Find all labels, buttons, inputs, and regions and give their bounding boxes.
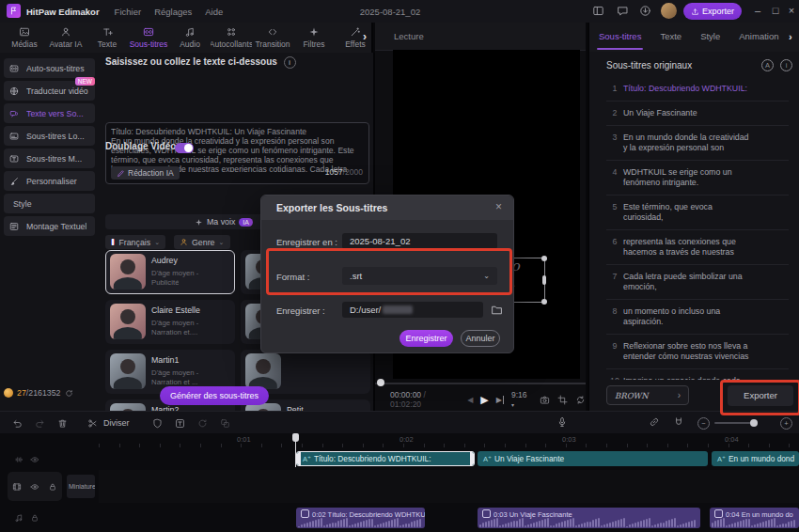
right-tab[interactable]: Texte: [650, 23, 691, 52]
sidebar-item[interactable]: Texte vers So...: [4, 103, 95, 123]
info-icon[interactable]: i: [780, 59, 792, 71]
download-icon[interactable]: [639, 5, 651, 17]
seek-bar[interactable]: [375, 383, 586, 384]
shield-icon[interactable]: [147, 417, 169, 429]
magnet-icon[interactable]: [673, 416, 684, 428]
ribbon-tab[interactable]: Médias: [4, 26, 45, 49]
language-dropdown[interactable]: Français⌄: [105, 235, 165, 249]
subtitle-clip[interactable]: A⁺En un mundo dond: [712, 451, 799, 466]
subtitle-row[interactable]: 9 Reflexionar sobre esto nos lleva a ent…: [606, 335, 789, 369]
cancel-button[interactable]: Annuler: [461, 330, 500, 347]
right-tab[interactable]: Sous-titres: [589, 23, 650, 52]
save-as-input[interactable]: 2025-08-21_02: [342, 233, 497, 249]
scissors-icon[interactable]: [81, 417, 103, 429]
generate-subtitles-button[interactable]: Générer des sous-titres: [160, 386, 269, 405]
subtitle-row[interactable]: 1 Título: Descubriendo WDHTKUIL:: [606, 77, 789, 102]
folder-icon[interactable]: [491, 304, 503, 316]
subtitle-row[interactable]: 4 WDHTKUIL se erige como un fenómeno int…: [606, 161, 789, 196]
aspect-ratio-dropdown[interactable]: 9:16 ▾: [511, 390, 531, 409]
lock-icon[interactable]: [48, 482, 57, 492]
seek-knob[interactable]: [377, 379, 384, 386]
user-avatar[interactable]: [661, 3, 677, 19]
right-tab[interactable]: Style: [691, 23, 729, 52]
ribbon-tab[interactable]: Sous-titres: [128, 26, 169, 49]
menu-item[interactable]: Fichier: [115, 7, 142, 17]
playhead-line[interactable]: [295, 433, 296, 467]
rotate-icon[interactable]: [192, 417, 214, 429]
ribbon-tab[interactable]: Effets: [335, 26, 376, 49]
voice-card[interactable]: Audrey D'âge moyen - Publicité: [105, 250, 235, 294]
menu-item[interactable]: Aide: [205, 7, 223, 17]
info-icon[interactable]: i: [284, 56, 296, 69]
thumbnail-toggle[interactable]: Miniature: [67, 475, 95, 498]
link-icon[interactable]: [649, 416, 660, 428]
eye-icon[interactable]: [30, 482, 39, 492]
my-voice-tab[interactable]: Ma voix IA: [195, 217, 253, 227]
trash-icon[interactable]: [51, 417, 73, 429]
subtitle-clip[interactable]: A⁺Un Viaje Fascinante: [478, 451, 708, 466]
play-icon[interactable]: ▶: [480, 394, 488, 406]
redo-icon[interactable]: [28, 417, 51, 429]
audio-clip[interactable]: 0:03 Un Viaje Fascinante: [478, 508, 700, 528]
sidebar-item[interactable]: Auto-sous-titres: [4, 58, 95, 78]
video-track[interactable]: [99, 470, 799, 503]
selection-handle[interactable]: [541, 299, 547, 305]
export-video-button[interactable]: Exporter: [683, 3, 742, 20]
refresh-icon[interactable]: [65, 389, 73, 398]
selection-handle[interactable]: [542, 275, 546, 285]
sidebar-item[interactable]: Montage Textuel: [4, 216, 95, 236]
path-input[interactable]: D:/user/: [342, 302, 483, 318]
subtitle-row[interactable]: 8 un momento o incluso una aspiración.: [606, 300, 789, 335]
split-label[interactable]: Diviser: [103, 418, 130, 428]
subtitle-row[interactable]: 10 Imagina un espacio donde cada uno de …: [606, 369, 789, 380]
layout-icon[interactable]: [592, 5, 604, 17]
crop-icon[interactable]: [557, 394, 568, 405]
subtitle-row[interactable]: 3 En un mundo donde la creatividad y la …: [606, 126, 789, 161]
ai-writing-button[interactable]: Rédaction IA: [111, 166, 180, 180]
tabs-more-chevron-icon[interactable]: ›: [789, 31, 792, 42]
subtitle-clip[interactable]: A⁺Título: Descubriendo WDHTKUIL:: [296, 451, 475, 466]
genre-dropdown[interactable]: Genre⌄: [174, 235, 230, 249]
save-button[interactable]: Enregistrer: [400, 330, 453, 347]
voice-card[interactable]: Claire Estelle D'âge moyen - Narration e…: [105, 300, 235, 344]
sidebar-item[interactable]: Personnaliser: [4, 171, 95, 191]
group-icon[interactable]: [214, 417, 237, 429]
undo-icon[interactable]: [6, 417, 28, 429]
snapshot-icon[interactable]: [540, 394, 550, 405]
sidebar-item[interactable]: Sous-titres M...: [4, 149, 95, 168]
ribbon-tab[interactable]: Audio: [169, 26, 211, 49]
ribbon-tab[interactable]: Transition: [252, 26, 293, 49]
close-button[interactable]: ×: [781, 5, 799, 16]
dubbing-toggle[interactable]: [175, 143, 194, 153]
text-box-icon[interactable]: [169, 417, 192, 429]
audio-clip[interactable]: 0:04 En un mundo do: [710, 508, 799, 528]
sidebar-item[interactable]: Traducteur vidéo NEW: [4, 81, 95, 101]
export-subtitles-button[interactable]: Exporter: [728, 385, 793, 406]
subtitle-row[interactable]: 6 representa las conexiones que hacemos …: [606, 230, 789, 265]
ribbon-tab[interactable]: Autocollants: [211, 26, 252, 49]
prev-frame-icon[interactable]: ◀: [467, 396, 473, 404]
format-select[interactable]: .srt ⌄: [342, 267, 497, 285]
ribbon-tab[interactable]: Avatar IA: [45, 26, 86, 49]
ribbon-more-chevron-icon[interactable]: ›: [363, 30, 367, 43]
next-frame-icon[interactable]: ▶: [496, 396, 504, 404]
subtitle-text-area[interactable]: Título: Descubriendo WDHTKUIL: Un Viaje …: [105, 122, 369, 184]
timeline-ruler[interactable]: 0:010:020:030:04: [99, 433, 799, 448]
subtitle-row[interactable]: 2 Un Viaje Fascinante: [606, 102, 789, 126]
sidebar-item[interactable]: Sous-titres Lo...: [4, 126, 95, 146]
ribbon-tab[interactable]: Filtres: [293, 26, 335, 49]
sidebar-item[interactable]: Style: [4, 194, 95, 213]
right-tab[interactable]: Animation: [729, 23, 788, 52]
subtitle-row[interactable]: 5 Este término, que evoca curiosidad,: [606, 196, 789, 230]
selection-handle[interactable]: [541, 256, 547, 261]
dialog-close-icon[interactable]: ×: [495, 200, 502, 213]
zoom-slider-knob[interactable]: [750, 419, 758, 427]
zoom-out-icon[interactable]: −: [697, 417, 710, 430]
menu-item[interactable]: Réglages: [154, 7, 192, 17]
zoom-in-icon[interactable]: +: [780, 417, 792, 430]
font-selector[interactable]: BROWN ›: [606, 385, 689, 405]
mic-icon[interactable]: [556, 416, 568, 428]
chat-icon[interactable]: [617, 5, 629, 17]
translate-icon[interactable]: A: [761, 59, 774, 71]
ribbon-tab[interactable]: Texte: [86, 26, 128, 49]
